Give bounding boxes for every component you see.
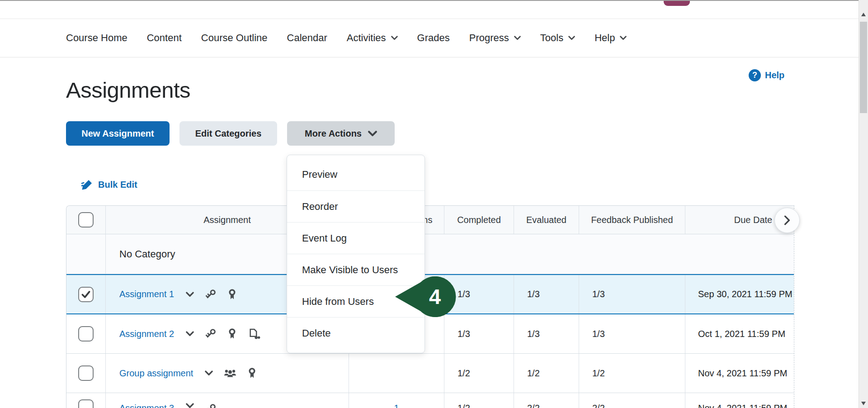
key-icon bbox=[205, 289, 217, 300]
toolbar: New Assignment Edit Categories More Acti… bbox=[66, 121, 395, 146]
select-all-checkbox[interactable] bbox=[78, 212, 94, 228]
chevron-down-icon bbox=[205, 370, 213, 376]
group-icon-wrap bbox=[224, 368, 236, 379]
assignment-link[interactable]: Assignment 2 bbox=[119, 329, 174, 339]
key-icon-wrap bbox=[205, 289, 217, 300]
document-dots-icon bbox=[248, 328, 260, 340]
chevron-down-icon bbox=[186, 403, 194, 408]
menu-item-delete[interactable]: Delete bbox=[287, 317, 425, 349]
assignment-context-menu-button[interactable] bbox=[186, 403, 194, 408]
nav-item-progress[interactable]: Progress bbox=[469, 32, 521, 44]
chevron-down-icon bbox=[514, 36, 521, 40]
scroll-columns-right-button[interactable] bbox=[774, 208, 800, 233]
scrollbar-thumb[interactable] bbox=[860, 22, 867, 113]
row-checkbox[interactable] bbox=[78, 326, 94, 342]
header-evaluated[interactable]: Evaluated bbox=[514, 206, 579, 234]
assignment-link[interactable]: Assignment 1 bbox=[119, 289, 174, 299]
menu-item-event-log[interactable]: Event Log bbox=[287, 222, 425, 254]
more-actions-label: More Actions bbox=[305, 128, 362, 139]
top-divider bbox=[0, 0, 859, 1]
edit-categories-button[interactable]: Edit Categories bbox=[179, 121, 277, 146]
bulk-edit-link[interactable]: Bulk Edit bbox=[81, 179, 137, 191]
row-checkbox[interactable] bbox=[78, 287, 94, 302]
menu-item-reorder[interactable]: Reorder bbox=[287, 190, 425, 222]
scrollbar-down-arrow-icon[interactable] bbox=[861, 402, 866, 405]
row-checkbox-cell bbox=[66, 275, 106, 313]
checkmark-icon bbox=[80, 289, 91, 300]
nav-item-label: Calendar bbox=[287, 32, 327, 44]
header-completed[interactable]: Completed bbox=[444, 206, 514, 234]
scrollbar-up-arrow-icon[interactable] bbox=[861, 13, 866, 16]
completed-cell: 1/2 bbox=[444, 393, 514, 408]
help-link[interactable]: ? Help bbox=[749, 69, 784, 81]
nav-item-content[interactable]: Content bbox=[147, 32, 182, 44]
nav-item-grades[interactable]: Grades bbox=[417, 32, 450, 44]
chevron-down-icon bbox=[568, 36, 575, 40]
nav-item-label: Content bbox=[147, 32, 182, 44]
menu-item-preview[interactable]: Preview bbox=[287, 159, 425, 190]
assignment-cell: Group assignment bbox=[106, 354, 349, 393]
evaluated-cell: 1/3 bbox=[514, 275, 579, 313]
header-checkbox-cell bbox=[66, 206, 106, 234]
chevron-right-icon bbox=[784, 215, 790, 225]
page-title: Assignments bbox=[66, 77, 190, 103]
row-checkbox-cell bbox=[66, 393, 106, 408]
row-checkbox-cell bbox=[66, 354, 106, 393]
more-actions-button[interactable]: More Actions bbox=[287, 121, 395, 146]
nav-item-help[interactable]: Help bbox=[594, 32, 627, 44]
due-date-cell: Nov 4, 2021 11:59 PM bbox=[685, 354, 794, 393]
assignments-page: Course HomeContentCourse OutlineCalendar… bbox=[0, 0, 868, 408]
ribbon-icon-wrap bbox=[247, 367, 257, 379]
new-assignment-button[interactable]: New Assignment bbox=[66, 121, 170, 146]
evaluated-cell: 2/2 bbox=[514, 393, 579, 408]
nav-item-label: Progress bbox=[469, 32, 509, 44]
key-icon-wrap bbox=[205, 403, 217, 408]
row-checkbox[interactable] bbox=[78, 365, 94, 381]
key-icon-wrap bbox=[205, 328, 217, 340]
assignment-link[interactable]: Assignment 3 bbox=[119, 403, 174, 408]
nav-item-tools[interactable]: Tools bbox=[540, 32, 575, 44]
group-icon bbox=[224, 368, 236, 379]
nav-item-calendar[interactable]: Calendar bbox=[287, 32, 327, 44]
table-row: Group assignment1/21/21/2Nov 4, 2021 11:… bbox=[66, 354, 794, 393]
key-icon bbox=[205, 403, 217, 408]
ribbon-icon-wrap bbox=[227, 289, 237, 300]
course-navbar: Course HomeContentCourse OutlineCalendar… bbox=[0, 19, 859, 57]
nav-item-label: Grades bbox=[417, 32, 450, 44]
table-row: Assignment 311/22/22/2Nov 4, 2021 11:59 … bbox=[66, 393, 794, 408]
ribbon-icon bbox=[227, 289, 237, 300]
new-submissions-cell: 1 bbox=[349, 393, 444, 408]
due-date-cell: Sep 30, 2021 11:59 PM bbox=[685, 275, 794, 313]
assignment-context-menu-button[interactable] bbox=[205, 370, 213, 376]
more-actions-menu: PreviewReorderEvent LogMake Visible to U… bbox=[287, 155, 425, 353]
assignment-context-menu-button[interactable] bbox=[186, 331, 194, 337]
evaluated-cell: 1/3 bbox=[514, 314, 579, 353]
vertical-scrollbar[interactable] bbox=[859, 0, 868, 408]
feedback-published-cell: 1/3 bbox=[579, 275, 685, 313]
nav-item-activities[interactable]: Activities bbox=[347, 32, 398, 44]
table-header-row: Assignment New Submissions Completed Eva… bbox=[66, 206, 794, 234]
pencil-icon bbox=[81, 179, 93, 191]
new-submissions-cell bbox=[349, 354, 444, 393]
nav-item-course-home[interactable]: Course Home bbox=[66, 32, 127, 44]
assignment-context-menu-button[interactable] bbox=[186, 292, 194, 297]
feedback-published-cell: 2/2 bbox=[579, 393, 685, 408]
chevron-down-icon bbox=[368, 131, 377, 137]
help-icon: ? bbox=[749, 69, 761, 81]
assignment-link[interactable]: Group assignment bbox=[119, 368, 193, 379]
category-empty-cell bbox=[66, 234, 106, 274]
ribbon-icon bbox=[227, 328, 237, 340]
ribbon-icon-wrap bbox=[227, 328, 237, 340]
header-feedback-published[interactable]: Feedback Published bbox=[579, 206, 685, 234]
assignment-cell: Assignment 3 bbox=[106, 393, 349, 408]
help-label: Help bbox=[765, 70, 784, 81]
chevron-down-icon bbox=[391, 36, 398, 40]
nav-item-label: Course Home bbox=[66, 32, 127, 44]
nav-item-label: Activities bbox=[347, 32, 386, 44]
chevron-down-icon bbox=[186, 331, 194, 337]
row-checkbox[interactable] bbox=[78, 399, 94, 408]
new-submissions-link[interactable]: 1 bbox=[394, 403, 399, 408]
nav-item-course-outline[interactable]: Course Outline bbox=[201, 32, 268, 44]
document-dots-icon-wrap bbox=[248, 328, 260, 340]
nav-item-label: Course Outline bbox=[201, 32, 268, 44]
